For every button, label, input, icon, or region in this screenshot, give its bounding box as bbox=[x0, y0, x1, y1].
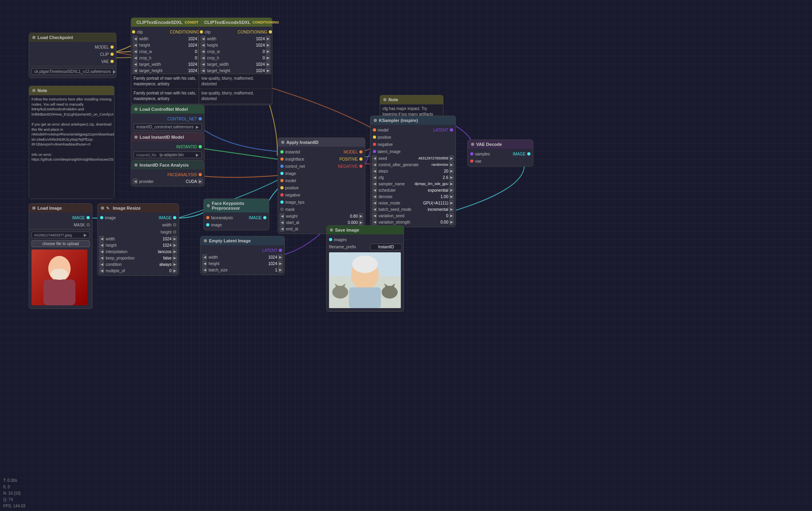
apply-model-in-port[interactable] bbox=[280, 179, 284, 182]
resize-width-inc[interactable]: ▶ bbox=[172, 236, 177, 242]
ksampler-vstr-inc[interactable]: ▶ bbox=[449, 219, 454, 225]
upload-button[interactable]: choose file to upload bbox=[32, 240, 90, 247]
empty-width-inc[interactable]: ▶ bbox=[278, 254, 283, 260]
apply-instantid-in-port[interactable] bbox=[280, 150, 284, 153]
vae-vae-port[interactable] bbox=[470, 159, 473, 163]
apply-end-dec[interactable]: ◀ bbox=[280, 226, 284, 232]
resize-keep-inc[interactable]: ▶ bbox=[172, 255, 177, 261]
ksampler-neg-port[interactable] bbox=[373, 143, 376, 146]
vae-port[interactable] bbox=[110, 60, 114, 63]
apply-neg-in-port[interactable] bbox=[280, 193, 284, 197]
apply-insight-port[interactable] bbox=[280, 157, 284, 161]
ksampler-sched-inc[interactable]: ▶ bbox=[449, 187, 454, 193]
clip1-height-dec[interactable]: ◀ bbox=[133, 42, 138, 48]
clip2-th-inc[interactable]: ▶ bbox=[266, 68, 270, 73]
provider-dec[interactable]: ◀ bbox=[133, 179, 138, 184]
vae-samples-in-port[interactable] bbox=[470, 152, 473, 155]
clip1-text2[interactable]: Family portrait of man with his cats, ma… bbox=[131, 88, 204, 103]
clip1-tw-dec[interactable]: ◀ bbox=[133, 61, 138, 67]
save-images-port[interactable] bbox=[329, 238, 332, 241]
clip1-th-dec[interactable]: ◀ bbox=[133, 68, 138, 73]
apply-pos-out-port[interactable] bbox=[359, 157, 363, 161]
ksampler-vstr-dec[interactable]: ◀ bbox=[372, 219, 377, 225]
ksampler-seed-dec[interactable]: ◀ bbox=[372, 155, 377, 161]
clip-port[interactable] bbox=[110, 53, 114, 56]
empty-batch-dec[interactable]: ◀ bbox=[202, 267, 207, 273]
empty-height-inc[interactable]: ▶ bbox=[278, 261, 283, 266]
resize-height-inc[interactable]: ▶ bbox=[172, 242, 177, 248]
clip2-out-port[interactable] bbox=[269, 30, 272, 33]
ksampler-denoise-inc[interactable]: ▶ bbox=[449, 194, 454, 199]
apply-neg-out-port[interactable] bbox=[359, 165, 363, 168]
clip2-tw-inc[interactable]: ▶ bbox=[266, 61, 270, 67]
ksampler-latent-out-port[interactable] bbox=[450, 128, 453, 132]
ksampler-sched-dec[interactable]: ◀ bbox=[372, 187, 377, 193]
ksampler-sampler-inc[interactable]: ▶ bbox=[449, 181, 454, 187]
resize-mult-inc[interactable]: ▶ bbox=[172, 268, 177, 273]
clip2-text2[interactable]: low quality, blurry, malformed, distorte… bbox=[199, 88, 272, 103]
clip1-clip-port[interactable] bbox=[132, 30, 135, 33]
controlnet-out-port[interactable] bbox=[199, 117, 202, 120]
empty-width-dec[interactable]: ◀ bbox=[202, 254, 207, 260]
face-kp-fa-port[interactable] bbox=[206, 216, 209, 219]
checkpoint-file-display[interactable]: ck.ptganTimelessxlSDXL1_v12.safetensors … bbox=[32, 68, 114, 75]
ksampler-bseed-inc[interactable]: ▶ bbox=[449, 206, 454, 212]
apply-model-out-port[interactable] bbox=[359, 150, 363, 153]
clip2-width-inc[interactable]: ▶ bbox=[266, 36, 270, 41]
clip2-height-inc[interactable]: ▶ bbox=[266, 42, 270, 48]
clip2-croph-inc[interactable]: ▶ bbox=[266, 55, 270, 61]
ksampler-cfg-inc[interactable]: ▶ bbox=[449, 175, 454, 180]
save-prefix-input[interactable]: InstantID bbox=[370, 244, 402, 250]
ksampler-denoise-dec[interactable]: ◀ bbox=[372, 194, 377, 199]
ksampler-seed-inc[interactable]: ▶ bbox=[449, 155, 454, 161]
resize-interp-inc[interactable]: ▶ bbox=[172, 249, 177, 254]
model-port[interactable] bbox=[110, 45, 114, 49]
resize-mult-dec[interactable]: ◀ bbox=[99, 268, 104, 273]
resize-width-out-port[interactable] bbox=[173, 223, 176, 226]
resize-height-out-port[interactable] bbox=[173, 230, 176, 234]
ksampler-vseed-inc[interactable]: ▶ bbox=[449, 213, 454, 218]
ksampler-latent-in-port[interactable] bbox=[373, 150, 376, 153]
controlnet-file-display[interactable]: instantID_controlnet.safetensors ▶ bbox=[134, 124, 202, 130]
empty-latent-out-port[interactable] bbox=[279, 249, 282, 252]
clip2-cropw-inc[interactable]: ▶ bbox=[266, 49, 270, 54]
clip2-croph-dec[interactable]: ◀ bbox=[201, 55, 205, 61]
apply-start-dec[interactable]: ◀ bbox=[280, 220, 284, 225]
resize-image-out-port[interactable] bbox=[173, 216, 176, 219]
instantid-file-display[interactable]: instantid_file ip-adapter.bin ▶ bbox=[134, 151, 202, 158]
clip2-clip-port[interactable] bbox=[200, 30, 203, 33]
face-kp-out-port[interactable] bbox=[263, 216, 266, 219]
apply-kps-port[interactable] bbox=[280, 200, 284, 204]
empty-batch-inc[interactable]: ▶ bbox=[278, 267, 283, 273]
clip1-cropw-dec[interactable]: ◀ bbox=[133, 49, 138, 54]
resize-interp-dec[interactable]: ◀ bbox=[99, 249, 104, 254]
ksampler-pos-port[interactable] bbox=[373, 136, 376, 139]
ksampler-cag-dec[interactable]: ◀ bbox=[372, 162, 377, 167]
clip2-tw-dec[interactable]: ◀ bbox=[201, 61, 205, 67]
provider-inc[interactable]: ▶ bbox=[198, 179, 203, 184]
apply-cn-port[interactable] bbox=[280, 165, 284, 168]
mask-out-port[interactable] bbox=[87, 223, 90, 226]
resize-cond-dec[interactable]: ◀ bbox=[99, 261, 104, 267]
ksampler-steps-inc[interactable]: ▶ bbox=[449, 168, 454, 174]
instantid-out-port[interactable] bbox=[199, 145, 202, 148]
clip2-width-dec[interactable]: ◀ bbox=[201, 36, 205, 41]
image-out-port[interactable] bbox=[87, 216, 90, 219]
ksampler-cag-inc[interactable]: ▶ bbox=[449, 162, 454, 167]
resize-height-dec[interactable]: ◀ bbox=[99, 242, 104, 248]
ksampler-sampler-dec[interactable]: ◀ bbox=[372, 181, 377, 187]
apply-weight-inc[interactable]: ▶ bbox=[359, 213, 363, 219]
faceanalysis-out-port[interactable] bbox=[199, 173, 202, 176]
ksampler-vseed-dec[interactable]: ◀ bbox=[372, 213, 377, 218]
resize-keep-dec[interactable]: ◀ bbox=[99, 255, 104, 261]
apply-pos-in-port[interactable] bbox=[280, 186, 284, 189]
apply-start-inc[interactable]: ▶ bbox=[359, 220, 363, 225]
clip2-cropw-dec[interactable]: ◀ bbox=[201, 49, 205, 54]
apply-weight-dec[interactable]: ◀ bbox=[280, 213, 284, 219]
image-file-display[interactable]: im1581174403377.jpeg ▶ bbox=[32, 232, 90, 238]
ksampler-cfg-dec[interactable]: ◀ bbox=[372, 175, 377, 180]
clip1-croph-dec[interactable]: ◀ bbox=[133, 55, 138, 61]
resize-image-in-port[interactable] bbox=[100, 216, 103, 219]
apply-image-port[interactable] bbox=[280, 172, 284, 175]
resize-cond-inc[interactable]: ▶ bbox=[172, 261, 177, 267]
